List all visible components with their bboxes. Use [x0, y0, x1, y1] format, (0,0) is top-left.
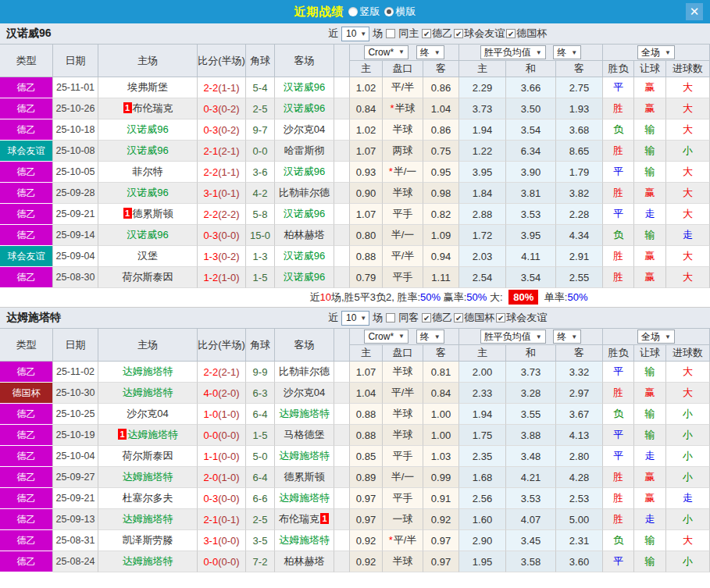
odds-home-cell: 1.07: [350, 141, 383, 162]
odds-source-select[interactable]: Crow*▼: [364, 330, 409, 344]
fulltime-select[interactable]: 全场▼: [637, 330, 675, 344]
home-team-cell: 达姆施塔特: [98, 467, 198, 488]
unit-label: 场: [373, 311, 383, 325]
home-team-cell: 荷尔斯泰因: [98, 267, 198, 288]
avg-home-cell: 2.29: [459, 77, 506, 98]
corners-cell: 7-2: [246, 551, 275, 572]
score-cell: 0-3(0-0): [198, 488, 246, 509]
handicap-cell: 半球: [383, 425, 423, 446]
match-date: 25-11-01: [53, 77, 98, 98]
competition-filter[interactable]: ✔德国杯: [454, 311, 494, 325]
score-cell: 1-0(1-0): [198, 404, 246, 425]
avg-away-cell: 2.91: [556, 246, 603, 267]
handicap-cell: 平/半: [383, 246, 423, 267]
corners-cell: 6-6: [246, 488, 275, 509]
competition-filter[interactable]: ✔球会友谊: [454, 27, 505, 41]
fulltime-score: 2-0: [203, 472, 218, 483]
spacer-cell: [334, 467, 350, 488]
avg-draw-cell: 3.73: [506, 362, 556, 383]
fulltime-header-group: 全场▼: [603, 45, 710, 61]
checkbox-checked-icon: ✔: [422, 313, 431, 323]
match-count-select[interactable]: 10 ▼: [341, 27, 369, 41]
result-handicap-cell: 输: [634, 404, 666, 425]
avg-home-cell: 2.88: [459, 204, 506, 225]
sub-header-handicap: 盘口: [383, 61, 423, 77]
sub-header-let: 让球: [634, 61, 666, 77]
odds-home-cell: 0.90: [350, 183, 383, 204]
team-filter-bar: 达姆施塔特 近 10 ▼ 场 同客 ✔德乙✔德国杯✔球会友谊: [0, 308, 710, 329]
handicap-star: *: [389, 534, 393, 546]
match-date: 25-10-04: [53, 446, 98, 467]
dropdown-arrow-icon: ▼: [536, 333, 542, 340]
handicap-text: 平手: [393, 492, 413, 504]
avg-final-select[interactable]: 终▼: [553, 45, 581, 59]
avg-header-group: 胜平负均值▼ 终▼: [459, 329, 603, 345]
layout-radio-horizontal[interactable]: 横版: [384, 5, 416, 19]
layout-radio-vertical[interactable]: 竖版: [348, 5, 380, 19]
odds-away-cell: 1.04: [423, 98, 459, 119]
odds-source-select[interactable]: Crow*▼: [364, 45, 409, 59]
odds-away-cell: 0.86: [423, 77, 459, 98]
fulltime-select[interactable]: 全场▼: [637, 45, 675, 59]
handicap-cell: 半球: [383, 551, 423, 572]
odds-final-select[interactable]: 终▼: [416, 45, 444, 59]
sub-header-avg-home: 主: [459, 61, 506, 77]
competition-filter[interactable]: ✔德国杯: [506, 27, 547, 41]
home-team-name: 布伦瑞克: [133, 102, 173, 114]
competition-filter[interactable]: ✔德乙: [422, 311, 452, 325]
odds-away-cell: 0.81: [423, 362, 459, 383]
halftime-score: (2-0): [218, 387, 239, 399]
odds-away-cell: 1.00: [423, 404, 459, 425]
avg-select[interactable]: 胜平负均值▼: [480, 330, 546, 344]
away-team-name: 沙尔克04: [284, 123, 325, 135]
select-value: 胜平负均值: [484, 46, 531, 59]
close-button[interactable]: ✕: [686, 3, 703, 20]
match-date: 25-08-30: [53, 267, 98, 288]
avg-final-select[interactable]: 终▼: [553, 330, 581, 344]
handicap-cell: 平手: [383, 488, 423, 509]
radio-label: 横版: [396, 5, 416, 19]
match-type-badge: 球会友谊: [0, 246, 53, 267]
home-team-name: 达姆施塔特: [123, 513, 173, 525]
odds-final-select[interactable]: 终▼: [416, 330, 444, 344]
away-team-cell: 汉诺威96: [275, 77, 334, 98]
result-wdl-cell: 平: [603, 551, 634, 572]
dropdown-arrow-icon: ▼: [434, 49, 441, 56]
same-venue-checkbox[interactable]: [386, 29, 395, 38]
match-count-select[interactable]: 10 ▼: [341, 311, 369, 326]
fulltime-score: 2-2: [203, 166, 218, 178]
summary-segment: 10: [319, 291, 330, 303]
handicap-text: 半球: [393, 365, 413, 377]
dropdown-arrow-icon: ▼: [665, 333, 671, 340]
away-team-name: 德累斯顿: [284, 471, 325, 483]
filter-bar: 近 10 ▼ 场 同主 ✔德乙✔球会友谊✔德国杯: [328, 27, 547, 41]
fulltime-score: 3-1: [203, 187, 218, 199]
corners-cell: 6-3: [246, 383, 275, 404]
home-team-name: 达姆施塔特: [123, 555, 173, 567]
score-cell: 2-1(2-1): [198, 141, 246, 162]
same-venue-checkbox[interactable]: [386, 313, 395, 323]
halftime-score: (1-0): [218, 472, 239, 483]
competition-filter[interactable]: ✔德乙: [422, 27, 452, 41]
home-team-cell: 杜塞尔多夫: [98, 488, 198, 509]
team-name: 达姆施塔特: [6, 311, 61, 325]
away-team-cell: 马格德堡: [275, 425, 334, 446]
handicap-cell: 平/半: [383, 383, 423, 404]
match-date: 25-10-05: [53, 162, 98, 183]
corners-cell: 9-7: [246, 119, 275, 141]
handicap-text: 半球: [393, 429, 413, 440]
halftime-score: (0-0): [218, 230, 239, 241]
avg-home-cell: 1.95: [459, 551, 506, 572]
handicap-text: 两球: [393, 144, 413, 156]
competition-filter[interactable]: ✔球会友谊: [496, 311, 547, 325]
odds-home-cell: 0.85: [350, 446, 383, 467]
avg-select[interactable]: 胜平负均值▼: [480, 45, 546, 59]
halftime-score: (0-0): [218, 493, 239, 504]
score-cell: 1-3(0-2): [198, 246, 246, 267]
handicap-cell: *平/半: [383, 530, 423, 551]
match-row: 德乙25-10-04荷尔斯泰因1-1(0-0)5-0达姆施塔特0.85平手1.0…: [0, 446, 710, 467]
away-team-cell: 沙尔克04: [275, 119, 334, 141]
odds-away-cell: 0.84: [423, 383, 459, 404]
handicap-cell: *半/一: [383, 162, 423, 183]
home-team-cell: 达姆施塔特: [98, 383, 198, 404]
